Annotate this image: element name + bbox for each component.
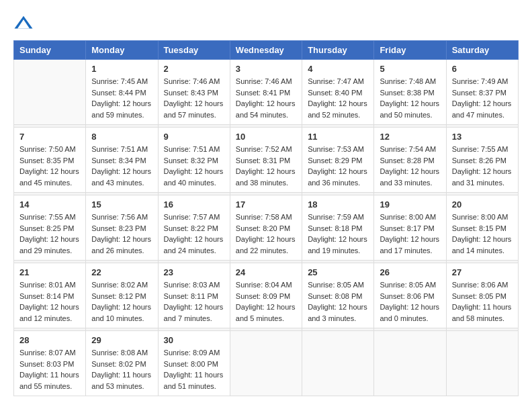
- day-cell: 30Sunrise: 8:09 AM Sunset: 8:00 PM Dayli…: [158, 331, 230, 396]
- day-number: 4: [308, 64, 368, 74]
- week-row-3: 14Sunrise: 7:55 AM Sunset: 8:25 PM Dayli…: [14, 195, 519, 261]
- day-cell: 14Sunrise: 7:55 AM Sunset: 8:25 PM Dayli…: [14, 195, 86, 261]
- day-cell: [446, 331, 518, 396]
- day-number: 18: [308, 199, 368, 210]
- day-number: 29: [91, 335, 152, 345]
- day-number: 22: [91, 267, 152, 277]
- day-info: Sunrise: 8:00 AM Sunset: 8:17 PM Dayligh…: [380, 212, 440, 256]
- day-info: Sunrise: 8:07 AM Sunset: 8:03 PM Dayligh…: [19, 347, 80, 392]
- day-info: Sunrise: 7:55 AM Sunset: 8:26 PM Dayligh…: [452, 144, 513, 188]
- day-number: 19: [380, 199, 440, 210]
- week-row-5: 28Sunrise: 8:07 AM Sunset: 8:03 PM Dayli…: [14, 331, 519, 396]
- day-info: Sunrise: 7:45 AM Sunset: 8:44 PM Dayligh…: [91, 76, 152, 120]
- day-info: Sunrise: 7:51 AM Sunset: 8:34 PM Dayligh…: [91, 144, 152, 188]
- day-info: Sunrise: 8:02 AM Sunset: 8:12 PM Dayligh…: [91, 279, 152, 324]
- day-number: 15: [91, 199, 152, 210]
- day-cell: 6Sunrise: 7:49 AM Sunset: 8:37 PM Daylig…: [446, 60, 518, 125]
- header: [13, 13, 519, 34]
- weekday-header-row: SundayMondayTuesdayWednesdayThursdayFrid…: [14, 41, 519, 60]
- day-cell: 2Sunrise: 7:46 AM Sunset: 8:43 PM Daylig…: [158, 60, 230, 125]
- day-number: 21: [19, 267, 80, 277]
- day-number: 23: [164, 267, 224, 277]
- day-number: 5: [380, 64, 440, 74]
- day-number: 7: [19, 132, 80, 142]
- week-row-1: 1Sunrise: 7:45 AM Sunset: 8:44 PM Daylig…: [14, 60, 519, 125]
- weekday-header-tuesday: Tuesday: [158, 41, 230, 60]
- day-cell: 12Sunrise: 7:54 AM Sunset: 8:28 PM Dayli…: [374, 128, 446, 193]
- day-info: Sunrise: 7:56 AM Sunset: 8:23 PM Dayligh…: [91, 212, 152, 256]
- day-cell: 15Sunrise: 7:56 AM Sunset: 8:23 PM Dayli…: [86, 195, 158, 261]
- day-cell: 10Sunrise: 7:52 AM Sunset: 8:31 PM Dayli…: [230, 128, 302, 193]
- calendar: SundayMondayTuesdayWednesdayThursdayFrid…: [13, 40, 519, 396]
- day-cell: 5Sunrise: 7:48 AM Sunset: 8:38 PM Daylig…: [374, 60, 446, 125]
- day-info: Sunrise: 8:05 AM Sunset: 8:08 PM Dayligh…: [308, 279, 368, 324]
- day-cell: 26Sunrise: 8:05 AM Sunset: 8:06 PM Dayli…: [374, 263, 446, 328]
- week-row-4: 21Sunrise: 8:01 AM Sunset: 8:14 PM Dayli…: [14, 263, 519, 328]
- day-cell: 8Sunrise: 7:51 AM Sunset: 8:34 PM Daylig…: [86, 128, 158, 193]
- day-cell: 11Sunrise: 7:53 AM Sunset: 8:29 PM Dayli…: [302, 128, 374, 193]
- day-info: Sunrise: 7:57 AM Sunset: 8:22 PM Dayligh…: [164, 212, 224, 256]
- day-number: 26: [380, 267, 440, 277]
- day-cell: [374, 331, 446, 396]
- day-number: 9: [164, 132, 224, 142]
- day-cell: 21Sunrise: 8:01 AM Sunset: 8:14 PM Dayli…: [14, 263, 86, 328]
- day-info: Sunrise: 8:08 AM Sunset: 8:02 PM Dayligh…: [91, 347, 152, 392]
- day-number: 6: [452, 64, 513, 74]
- day-info: Sunrise: 7:48 AM Sunset: 8:38 PM Dayligh…: [380, 76, 440, 120]
- day-number: 11: [308, 132, 368, 142]
- weekday-header-saturday: Saturday: [446, 41, 518, 60]
- day-info: Sunrise: 8:04 AM Sunset: 8:09 PM Dayligh…: [236, 279, 296, 324]
- day-cell: 25Sunrise: 8:05 AM Sunset: 8:08 PM Dayli…: [302, 263, 374, 328]
- day-cell: 29Sunrise: 8:08 AM Sunset: 8:02 PM Dayli…: [86, 331, 158, 396]
- day-number: 24: [236, 267, 296, 277]
- day-cell: [302, 331, 374, 396]
- day-number: 17: [236, 199, 296, 210]
- weekday-header-wednesday: Wednesday: [230, 41, 302, 60]
- day-info: Sunrise: 7:49 AM Sunset: 8:37 PM Dayligh…: [452, 76, 513, 120]
- day-cell: [230, 331, 302, 396]
- weekday-header-thursday: Thursday: [302, 41, 374, 60]
- day-info: Sunrise: 7:58 AM Sunset: 8:20 PM Dayligh…: [236, 212, 296, 256]
- day-info: Sunrise: 7:51 AM Sunset: 8:32 PM Dayligh…: [164, 144, 224, 188]
- logo: [13, 13, 36, 34]
- day-number: 30: [164, 335, 224, 345]
- day-number: 14: [19, 199, 80, 210]
- day-cell: 24Sunrise: 8:04 AM Sunset: 8:09 PM Dayli…: [230, 263, 302, 328]
- day-number: 2: [164, 64, 224, 74]
- day-cell: 13Sunrise: 7:55 AM Sunset: 8:26 PM Dayli…: [446, 128, 518, 193]
- day-info: Sunrise: 7:54 AM Sunset: 8:28 PM Dayligh…: [380, 144, 440, 188]
- day-info: Sunrise: 7:55 AM Sunset: 8:25 PM Dayligh…: [19, 212, 80, 256]
- day-cell: [14, 60, 86, 125]
- day-info: Sunrise: 8:05 AM Sunset: 8:06 PM Dayligh…: [380, 279, 440, 324]
- day-number: 27: [452, 267, 513, 277]
- day-info: Sunrise: 8:00 AM Sunset: 8:15 PM Dayligh…: [452, 212, 513, 256]
- day-info: Sunrise: 7:59 AM Sunset: 8:18 PM Dayligh…: [308, 212, 368, 256]
- weekday-header-sunday: Sunday: [14, 41, 86, 60]
- day-cell: 27Sunrise: 8:06 AM Sunset: 8:05 PM Dayli…: [446, 263, 518, 328]
- day-cell: 28Sunrise: 8:07 AM Sunset: 8:03 PM Dayli…: [14, 331, 86, 396]
- day-info: Sunrise: 7:46 AM Sunset: 8:43 PM Dayligh…: [164, 76, 224, 120]
- day-number: 25: [308, 267, 368, 277]
- day-number: 28: [19, 335, 80, 345]
- day-info: Sunrise: 7:53 AM Sunset: 8:29 PM Dayligh…: [308, 144, 368, 188]
- day-number: 8: [91, 132, 152, 142]
- day-info: Sunrise: 7:50 AM Sunset: 8:35 PM Dayligh…: [19, 144, 80, 188]
- day-cell: 19Sunrise: 8:00 AM Sunset: 8:17 PM Dayli…: [374, 195, 446, 261]
- day-cell: 18Sunrise: 7:59 AM Sunset: 8:18 PM Dayli…: [302, 195, 374, 261]
- day-cell: 7Sunrise: 7:50 AM Sunset: 8:35 PM Daylig…: [14, 128, 86, 193]
- weekday-header-friday: Friday: [374, 41, 446, 60]
- day-cell: 16Sunrise: 7:57 AM Sunset: 8:22 PM Dayli…: [158, 195, 230, 261]
- day-info: Sunrise: 7:47 AM Sunset: 8:40 PM Dayligh…: [308, 76, 368, 120]
- day-number: 1: [91, 64, 152, 74]
- day-cell: 1Sunrise: 7:45 AM Sunset: 8:44 PM Daylig…: [86, 60, 158, 125]
- day-cell: 20Sunrise: 8:00 AM Sunset: 8:15 PM Dayli…: [446, 195, 518, 261]
- week-row-2: 7Sunrise: 7:50 AM Sunset: 8:35 PM Daylig…: [14, 128, 519, 193]
- day-info: Sunrise: 8:09 AM Sunset: 8:00 PM Dayligh…: [164, 347, 224, 392]
- logo-icon: [13, 13, 34, 34]
- day-cell: 4Sunrise: 7:47 AM Sunset: 8:40 PM Daylig…: [302, 60, 374, 125]
- day-number: 10: [236, 132, 296, 142]
- day-info: Sunrise: 8:06 AM Sunset: 8:05 PM Dayligh…: [452, 279, 513, 324]
- day-number: 3: [236, 64, 296, 74]
- day-number: 13: [452, 132, 513, 142]
- day-info: Sunrise: 8:01 AM Sunset: 8:14 PM Dayligh…: [19, 279, 80, 324]
